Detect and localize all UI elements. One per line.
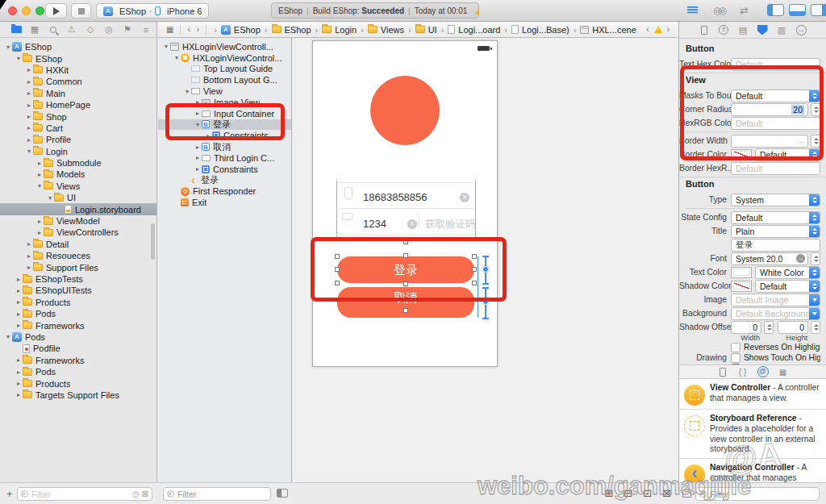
- outline-tree-row[interactable]: View: [158, 85, 291, 97]
- font-picker-icon[interactable]: →: [796, 254, 805, 263]
- connections-inspector-icon[interactable]: →: [795, 24, 807, 35]
- disclosure-triangle-icon[interactable]: [25, 264, 33, 271]
- navigator-tree-row[interactable]: Submodule: [0, 157, 156, 169]
- navigator-tree-row[interactable]: Products: [0, 377, 156, 389]
- title-mode-dropdown[interactable]: Plain: [731, 225, 820, 238]
- disclosure-triangle-icon[interactable]: [194, 110, 202, 117]
- stop-button[interactable]: [71, 3, 91, 19]
- navigator-tree-row[interactable]: EShopTests: [0, 273, 156, 285]
- disclosure-triangle-icon[interactable]: [25, 113, 33, 120]
- selection-handle[interactable]: [472, 267, 477, 272]
- file-template-library-icon[interactable]: [716, 366, 728, 377]
- back-arrow-icon[interactable]: ‹: [187, 25, 190, 34]
- disclosure-triangle-icon[interactable]: [15, 276, 23, 283]
- object-library-icon[interactable]: @: [757, 366, 769, 377]
- shadow-offset-width-field[interactable]: 0: [731, 321, 761, 334]
- disclosure-triangle-icon[interactable]: [15, 55, 23, 62]
- outline-tree-row[interactable]: Image View: [158, 97, 291, 108]
- navigator-tree-row[interactable]: Pods: [0, 366, 156, 377]
- button-type-dropdown[interactable]: System: [731, 194, 820, 206]
- masks-to-bounds-dropdown[interactable]: Default: [731, 90, 820, 102]
- toggle-navigator-button[interactable]: [767, 4, 784, 16]
- breadcrumb-item[interactable]: Views: [357, 25, 404, 35]
- disclosure-triangle-icon[interactable]: [15, 369, 23, 376]
- library-item[interactable]: Navigation Controller- A controller that…: [679, 459, 826, 482]
- align-icon[interactable]: ⊟: [624, 487, 632, 499]
- outline-filter-field[interactable]: Filter: [163, 487, 271, 501]
- attributes-inspector-icon[interactable]: [757, 24, 768, 35]
- state-config-dropdown[interactable]: Default: [731, 211, 820, 224]
- related-items-icon[interactable]: ▦: [166, 25, 173, 34]
- disclosure-triangle-icon[interactable]: [15, 356, 23, 364]
- disclosure-triangle-icon[interactable]: [194, 144, 202, 151]
- breadcrumb-item[interactable]: EShop: [210, 25, 261, 35]
- issue-navigator-icon[interactable]: ⚠: [66, 24, 77, 35]
- breadcrumb-item[interactable]: HXL...roller: [636, 25, 639, 35]
- source-control-status-icon[interactable]: ⊠: [142, 489, 148, 498]
- constraint-handle-icon[interactable]: [482, 266, 489, 273]
- disclosure-triangle-icon[interactable]: [173, 54, 181, 61]
- disclosure-triangle-icon[interactable]: [25, 124, 33, 131]
- report-navigator-icon[interactable]: ≡: [140, 24, 152, 35]
- disclosure-triangle-icon[interactable]: [15, 298, 23, 306]
- disclosure-triangle-icon[interactable]: [35, 182, 44, 190]
- breadcrumb-item[interactable]: Logi...Base): [500, 25, 569, 35]
- navigator-tree-row[interactable]: EShop: [0, 52, 156, 64]
- disclosure-triangle-icon[interactable]: [194, 98, 202, 106]
- zoom-window-button[interactable]: [35, 6, 44, 15]
- disclosure-triangle-icon[interactable]: [194, 154, 202, 161]
- selection-handle[interactable]: [335, 254, 340, 259]
- outline-tree-row[interactable]: 登录: [158, 119, 291, 131]
- disclosure-triangle-icon[interactable]: [25, 90, 33, 97]
- disclosure-triangle-icon[interactable]: [25, 102, 33, 109]
- text-hex-color-field[interactable]: Default: [731, 58, 820, 71]
- navigator-tree-row[interactable]: Profile: [0, 134, 156, 145]
- disclosure-triangle-icon[interactable]: [15, 391, 23, 398]
- next-issue-icon[interactable]: ›: [667, 25, 670, 34]
- disclosure-triangle-icon[interactable]: [194, 165, 202, 173]
- outline-tree-row[interactable]: Third Login C...: [158, 152, 291, 164]
- disclosure-triangle-icon[interactable]: [4, 333, 12, 340]
- navigator-tree-row[interactable]: UI: [0, 192, 156, 203]
- selection-handle[interactable]: [403, 253, 408, 258]
- project-navigator-icon[interactable]: [10, 24, 22, 35]
- navigator-tree-row[interactable]: Login: [0, 146, 156, 157]
- phone-number-field[interactable]: 18683858856: [363, 191, 428, 203]
- checkbox[interactable]: [731, 343, 740, 352]
- breadcrumb-item[interactable]: Logi...oard: [437, 25, 501, 35]
- size-inspector-icon[interactable]: ▥: [776, 24, 787, 35]
- disclosure-triangle-icon[interactable]: [25, 148, 33, 155]
- close-window-button[interactable]: [8, 6, 17, 15]
- outline-tree-row[interactable]: 登录: [158, 175, 291, 186]
- selection-handle[interactable]: [403, 308, 408, 313]
- text-color-dropdown[interactable]: White Color: [755, 266, 820, 279]
- stepper-control[interactable]: [811, 321, 820, 334]
- breadcrumb-item[interactable]: HXL...cene: [569, 25, 636, 35]
- navigator-tree-row[interactable]: Models: [0, 169, 156, 180]
- login-button[interactable]: 登录: [337, 256, 474, 283]
- color-well[interactable]: [731, 281, 752, 292]
- navigator-tree-row[interactable]: Common: [0, 76, 156, 87]
- selection-handle[interactable]: [335, 281, 340, 285]
- disclosure-triangle-icon[interactable]: [204, 132, 212, 140]
- disclosure-triangle-icon[interactable]: [46, 194, 54, 202]
- disclosure-triangle-icon[interactable]: [35, 218, 44, 225]
- navigator-tree-row[interactable]: Cart: [0, 123, 156, 134]
- border-color-dropdown[interactable]: Default: [755, 148, 820, 161]
- disclosure-triangle-icon[interactable]: [35, 229, 44, 236]
- outline-tree-row[interactable]: Constraints: [158, 130, 291, 141]
- forward-arrow-icon[interactable]: ›: [197, 25, 199, 34]
- media-library-icon[interactable]: ▦: [777, 366, 789, 377]
- outline-tree-row[interactable]: Exit: [158, 197, 291, 208]
- navigator-tree-row[interactable]: Pods: [0, 331, 156, 343]
- selection-handle[interactable]: [403, 281, 408, 286]
- disclosure-triangle-icon[interactable]: [4, 44, 12, 51]
- disclosure-triangle-icon[interactable]: [15, 322, 23, 329]
- color-well[interactable]: [731, 149, 752, 160]
- corner-radius-field[interactable]: 20: [731, 103, 808, 116]
- sms-code-field[interactable]: 1234: [363, 218, 386, 230]
- outline-tree-row[interactable]: Constraints: [158, 164, 291, 175]
- clear-text-icon[interactable]: [407, 219, 417, 229]
- selection-handle[interactable]: [472, 254, 477, 259]
- scheme-selector[interactable]: EShop › iPhone 6: [96, 3, 209, 19]
